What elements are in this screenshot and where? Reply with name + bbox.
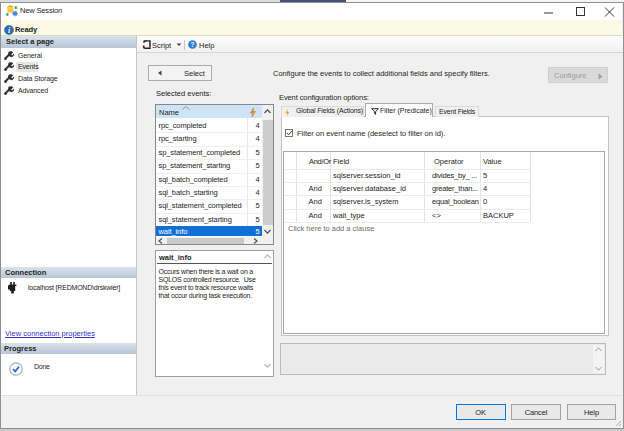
svg-text:?: ? xyxy=(191,41,195,48)
